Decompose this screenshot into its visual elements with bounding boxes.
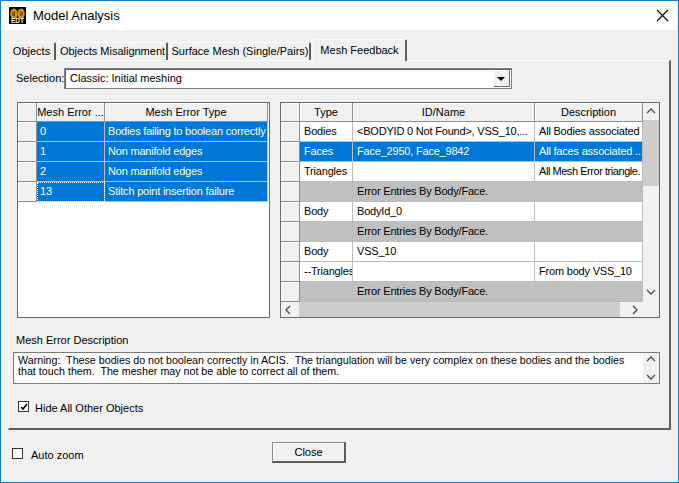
svg-text:EDT: EDT bbox=[11, 17, 24, 24]
